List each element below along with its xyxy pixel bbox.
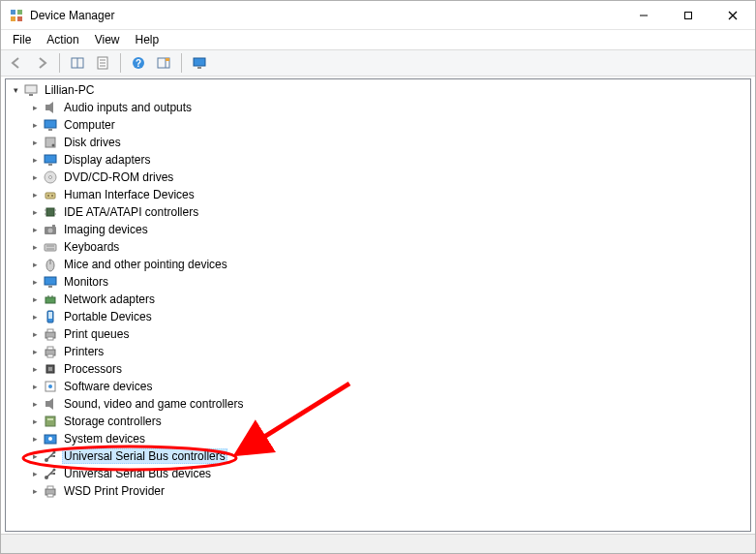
tree-category[interactable]: Audio inputs and outputs <box>6 99 750 116</box>
expander-icon[interactable] <box>29 189 41 200</box>
tree-category[interactable]: Printers <box>6 343 750 360</box>
svg-rect-57 <box>47 337 53 340</box>
tree-category[interactable]: Keyboards <box>6 238 750 256</box>
tree-category-label: Audio inputs and outputs <box>62 100 194 115</box>
expander-icon[interactable] <box>29 293 41 305</box>
tree-category[interactable]: Universal Serial Bus controllers <box>6 447 750 465</box>
tree-category-label: Universal Serial Bus devices <box>62 466 213 481</box>
expander-icon[interactable] <box>29 241 41 253</box>
tree-category-label: Network adapters <box>62 292 157 307</box>
tree-category[interactable]: Mice and other pointing devices <box>6 256 750 273</box>
expander-icon[interactable] <box>10 84 21 96</box>
expander-icon[interactable] <box>29 433 41 445</box>
speaker-icon <box>43 100 58 115</box>
device-tree[interactable]: Lillian-PC Audio inputs and outputsCompu… <box>5 78 751 532</box>
tree-category[interactable]: Software devices <box>6 378 750 395</box>
tree-category[interactable]: System devices <box>6 430 750 447</box>
expander-icon[interactable] <box>29 450 41 462</box>
disc-icon <box>43 169 58 185</box>
tree-category[interactable]: Processors <box>6 360 750 378</box>
disk-icon <box>43 135 58 150</box>
tree-category[interactable]: IDE ATA/ATAPI controllers <box>6 203 750 221</box>
expander-icon[interactable] <box>29 311 41 323</box>
svg-rect-23 <box>45 105 49 110</box>
svg-rect-59 <box>47 347 53 350</box>
expander-icon[interactable] <box>29 171 41 183</box>
svg-rect-25 <box>48 129 52 131</box>
minimize-button[interactable] <box>621 1 666 29</box>
expander-icon[interactable] <box>29 381 41 392</box>
tree-category[interactable]: Universal Serial Bus devices <box>6 465 750 482</box>
back-button[interactable] <box>5 51 28 75</box>
tree-category-label: DVD/CD-ROM drives <box>62 169 175 185</box>
expander-icon[interactable] <box>29 416 41 427</box>
tree-category[interactable]: Computer <box>6 116 750 134</box>
expander-icon[interactable] <box>29 328 41 340</box>
menu-file[interactable]: File <box>5 31 39 48</box>
svg-rect-81 <box>47 486 53 489</box>
tree-category-label: Mice and other pointing devices <box>62 257 229 272</box>
menu-action[interactable]: Action <box>39 31 86 48</box>
svg-point-34 <box>51 195 53 197</box>
expander-icon[interactable] <box>29 276 41 288</box>
tree-category-label: Monitors <box>62 274 110 290</box>
tree-category-label: Computer <box>62 117 117 133</box>
svg-rect-18 <box>166 58 169 61</box>
tree-category[interactable]: Imaging devices <box>6 221 750 238</box>
tree-category[interactable]: Network adapters <box>6 291 750 308</box>
computer-icon <box>23 82 39 98</box>
expander-icon[interactable] <box>29 119 41 131</box>
details-pane-button[interactable] <box>66 51 89 75</box>
svg-rect-67 <box>47 418 53 420</box>
usb-icon <box>43 448 58 464</box>
tree-category-label: IDE ATA/ATAPI controllers <box>62 204 200 220</box>
svg-rect-5 <box>685 12 692 18</box>
printer-icon <box>43 483 58 499</box>
svg-point-41 <box>48 229 53 233</box>
toolbar-separator <box>120 53 121 73</box>
expander-icon[interactable] <box>29 259 41 270</box>
tree-category[interactable]: Human Interface Devices <box>6 186 750 203</box>
tree-category-label: Printers <box>62 344 106 359</box>
tree-root-label: Lillian-PC <box>43 82 96 98</box>
tree-category[interactable]: Disk drives <box>6 134 750 151</box>
expander-icon[interactable] <box>29 398 41 410</box>
svg-point-77 <box>53 469 56 472</box>
forward-button[interactable] <box>30 51 53 75</box>
tree-root[interactable]: Lillian-PC <box>6 81 750 99</box>
properties-button[interactable] <box>91 51 114 75</box>
expander-icon[interactable] <box>29 346 41 357</box>
chip-icon <box>43 204 58 220</box>
svg-rect-3 <box>17 16 22 21</box>
tree-category[interactable]: Display adapters <box>6 151 750 169</box>
scan-hardware-button[interactable] <box>188 51 211 75</box>
help-button[interactable]: ? <box>127 51 150 75</box>
expander-icon[interactable] <box>29 224 41 235</box>
close-button[interactable] <box>711 1 755 29</box>
svg-rect-21 <box>25 85 37 93</box>
tree-category[interactable]: Monitors <box>6 273 750 291</box>
printer-icon <box>43 326 58 342</box>
expander-icon[interactable] <box>29 102 41 113</box>
tree-category[interactable]: Portable Devices <box>6 308 750 325</box>
tree-category[interactable]: Sound, video and game controllers <box>6 395 750 413</box>
action-pane-button[interactable] <box>152 51 175 75</box>
expander-icon[interactable] <box>29 363 41 375</box>
expander-icon[interactable] <box>29 468 41 479</box>
svg-rect-48 <box>45 277 56 285</box>
tree-category[interactable]: DVD/CD-ROM drives <box>6 169 750 186</box>
expander-icon[interactable] <box>29 206 41 218</box>
maximize-button[interactable] <box>666 1 711 29</box>
tree-category[interactable]: WSD Print Provider <box>6 482 750 500</box>
statusbar <box>1 534 755 553</box>
tree-category-label: Software devices <box>62 379 154 394</box>
printer-icon <box>43 344 58 359</box>
expander-icon[interactable] <box>29 154 41 166</box>
expander-icon[interactable] <box>29 137 41 148</box>
tree-category[interactable]: Print queues <box>6 325 750 343</box>
svg-point-72 <box>53 451 56 454</box>
menu-help[interactable]: Help <box>128 31 167 48</box>
tree-category[interactable]: Storage controllers <box>6 413 750 430</box>
expander-icon[interactable] <box>29 485 41 497</box>
menu-view[interactable]: View <box>87 31 128 48</box>
